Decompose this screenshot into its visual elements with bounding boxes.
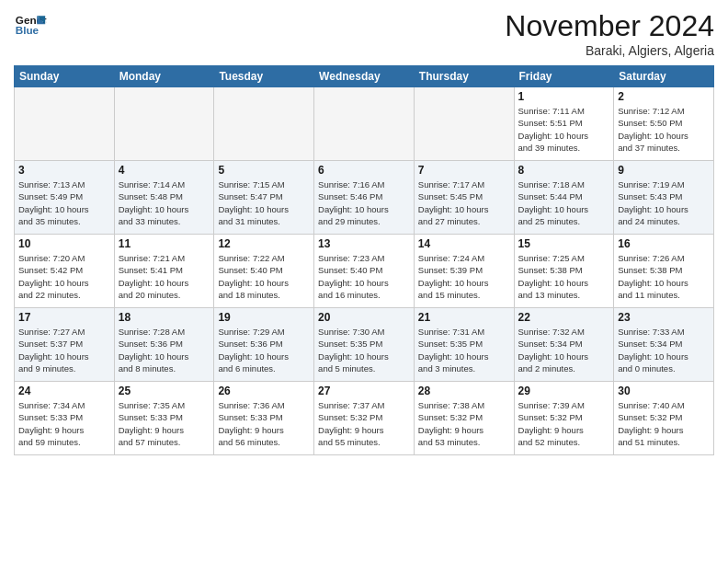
day-number: 25 [119, 385, 210, 397]
day-number: 13 [318, 237, 410, 250]
day-number: 18 [119, 311, 210, 324]
day-number: 24 [18, 385, 110, 397]
day-info: Sunrise: 7:11 AM Sunset: 5:51 PM Dayligh… [518, 105, 610, 154]
calendar-cell: 11Sunrise: 7:21 AM Sunset: 5:41 PM Dayli… [114, 235, 214, 308]
calendar-cell [214, 87, 314, 161]
day-number: 30 [618, 385, 710, 397]
weekday-header: Wednesday [314, 66, 415, 87]
day-info: Sunrise: 7:28 AM Sunset: 5:36 PM Dayligh… [119, 326, 210, 374]
day-info: Sunrise: 7:33 AM Sunset: 5:34 PM Dayligh… [618, 326, 710, 374]
calendar-header-row: SundayMondayTuesdayWednesdayThursdayFrid… [15, 66, 714, 87]
weekday-header: Thursday [414, 66, 514, 87]
day-info: Sunrise: 7:32 AM Sunset: 5:34 PM Dayligh… [518, 326, 610, 374]
title-block: November 2024 Baraki, Algiers, Algeria [505, 9, 714, 58]
day-info: Sunrise: 7:27 AM Sunset: 5:37 PM Dayligh… [18, 326, 110, 374]
day-number: 1 [518, 90, 610, 103]
day-number: 14 [418, 237, 510, 250]
calendar-cell [114, 87, 214, 161]
calendar-cell: 18Sunrise: 7:28 AM Sunset: 5:36 PM Dayli… [114, 308, 214, 382]
day-number: 15 [518, 237, 610, 250]
day-info: Sunrise: 7:19 AM Sunset: 5:43 PM Dayligh… [618, 178, 710, 227]
day-number: 27 [318, 385, 410, 397]
calendar-cell: 24Sunrise: 7:34 AM Sunset: 5:33 PM Dayli… [15, 382, 115, 455]
calendar-cell: 30Sunrise: 7:40 AM Sunset: 5:32 PM Dayli… [614, 382, 714, 455]
day-number: 4 [119, 164, 210, 177]
calendar-cell: 5Sunrise: 7:15 AM Sunset: 5:47 PM Daylig… [214, 161, 314, 235]
day-info: Sunrise: 7:34 AM Sunset: 5:33 PM Dayligh… [18, 399, 110, 448]
calendar-cell: 12Sunrise: 7:22 AM Sunset: 5:40 PM Dayli… [214, 235, 314, 308]
day-info: Sunrise: 7:13 AM Sunset: 5:49 PM Dayligh… [18, 178, 110, 227]
day-info: Sunrise: 7:17 AM Sunset: 5:45 PM Dayligh… [418, 178, 510, 227]
calendar-cell: 10Sunrise: 7:20 AM Sunset: 5:42 PM Dayli… [15, 235, 115, 308]
calendar-cell: 29Sunrise: 7:39 AM Sunset: 5:32 PM Dayli… [514, 382, 614, 455]
calendar-cell [414, 87, 514, 161]
day-number: 28 [418, 385, 510, 397]
logo-icon: General Blue [14, 9, 47, 42]
day-info: Sunrise: 7:21 AM Sunset: 5:41 PM Dayligh… [119, 252, 210, 301]
calendar-cell: 25Sunrise: 7:35 AM Sunset: 5:33 PM Dayli… [114, 382, 214, 455]
calendar-cell: 3Sunrise: 7:13 AM Sunset: 5:49 PM Daylig… [15, 161, 115, 235]
day-info: Sunrise: 7:25 AM Sunset: 5:38 PM Dayligh… [518, 252, 610, 301]
day-number: 11 [119, 237, 210, 250]
svg-text:Blue: Blue [16, 24, 40, 36]
day-number: 21 [418, 311, 510, 324]
day-number: 29 [518, 385, 610, 397]
calendar-week-row: 10Sunrise: 7:20 AM Sunset: 5:42 PM Dayli… [15, 235, 714, 308]
day-info: Sunrise: 7:38 AM Sunset: 5:32 PM Dayligh… [418, 399, 510, 448]
calendar-cell: 7Sunrise: 7:17 AM Sunset: 5:45 PM Daylig… [414, 161, 514, 235]
day-number: 26 [218, 385, 310, 397]
weekday-header: Friday [514, 66, 614, 87]
day-number: 5 [218, 164, 310, 177]
location-subtitle: Baraki, Algiers, Algeria [505, 43, 714, 58]
day-info: Sunrise: 7:23 AM Sunset: 5:40 PM Dayligh… [318, 252, 410, 301]
day-number: 7 [418, 164, 510, 177]
calendar-cell: 17Sunrise: 7:27 AM Sunset: 5:37 PM Dayli… [15, 308, 115, 382]
day-info: Sunrise: 7:14 AM Sunset: 5:48 PM Dayligh… [119, 178, 210, 227]
calendar-week-row: 17Sunrise: 7:27 AM Sunset: 5:37 PM Dayli… [15, 308, 714, 382]
day-info: Sunrise: 7:24 AM Sunset: 5:39 PM Dayligh… [418, 252, 510, 301]
calendar-cell: 1Sunrise: 7:11 AM Sunset: 5:51 PM Daylig… [514, 87, 614, 161]
day-info: Sunrise: 7:35 AM Sunset: 5:33 PM Dayligh… [119, 399, 210, 448]
calendar-page: General Blue November 2024 Baraki, Algie… [0, 0, 728, 563]
day-info: Sunrise: 7:31 AM Sunset: 5:35 PM Dayligh… [418, 326, 510, 374]
day-number: 3 [18, 164, 110, 177]
day-number: 20 [318, 311, 410, 324]
calendar-week-row: 24Sunrise: 7:34 AM Sunset: 5:33 PM Dayli… [15, 382, 714, 455]
day-info: Sunrise: 7:29 AM Sunset: 5:36 PM Dayligh… [218, 326, 310, 374]
day-number: 10 [18, 237, 110, 250]
calendar-cell: 19Sunrise: 7:29 AM Sunset: 5:36 PM Dayli… [214, 308, 314, 382]
calendar-cell: 2Sunrise: 7:12 AM Sunset: 5:50 PM Daylig… [614, 87, 714, 161]
day-number: 12 [218, 237, 310, 250]
calendar-cell: 14Sunrise: 7:24 AM Sunset: 5:39 PM Dayli… [414, 235, 514, 308]
day-info: Sunrise: 7:30 AM Sunset: 5:35 PM Dayligh… [318, 326, 410, 374]
calendar-cell [314, 87, 415, 161]
calendar-cell: 23Sunrise: 7:33 AM Sunset: 5:34 PM Dayli… [614, 308, 714, 382]
calendar-cell: 16Sunrise: 7:26 AM Sunset: 5:38 PM Dayli… [614, 235, 714, 308]
day-number: 16 [618, 237, 710, 250]
day-number: 9 [618, 164, 710, 177]
day-number: 2 [618, 90, 710, 103]
logo: General Blue [14, 9, 47, 42]
day-info: Sunrise: 7:15 AM Sunset: 5:47 PM Dayligh… [218, 178, 310, 227]
header: General Blue November 2024 Baraki, Algie… [14, 9, 714, 58]
weekday-header: Monday [114, 66, 214, 87]
calendar-cell: 27Sunrise: 7:37 AM Sunset: 5:32 PM Dayli… [314, 382, 415, 455]
calendar-cell: 21Sunrise: 7:31 AM Sunset: 5:35 PM Dayli… [414, 308, 514, 382]
day-number: 22 [518, 311, 610, 324]
calendar-cell: 9Sunrise: 7:19 AM Sunset: 5:43 PM Daylig… [614, 161, 714, 235]
day-info: Sunrise: 7:26 AM Sunset: 5:38 PM Dayligh… [618, 252, 710, 301]
weekday-header: Saturday [614, 66, 714, 87]
day-info: Sunrise: 7:40 AM Sunset: 5:32 PM Dayligh… [618, 399, 710, 448]
day-number: 6 [318, 164, 410, 177]
calendar-cell: 4Sunrise: 7:14 AM Sunset: 5:48 PM Daylig… [114, 161, 214, 235]
calendar-cell: 15Sunrise: 7:25 AM Sunset: 5:38 PM Dayli… [514, 235, 614, 308]
calendar-cell: 20Sunrise: 7:30 AM Sunset: 5:35 PM Dayli… [314, 308, 415, 382]
day-number: 17 [18, 311, 110, 324]
day-info: Sunrise: 7:12 AM Sunset: 5:50 PM Dayligh… [618, 105, 710, 154]
calendar-week-row: 3Sunrise: 7:13 AM Sunset: 5:49 PM Daylig… [15, 161, 714, 235]
calendar-cell: 6Sunrise: 7:16 AM Sunset: 5:46 PM Daylig… [314, 161, 415, 235]
day-info: Sunrise: 7:22 AM Sunset: 5:40 PM Dayligh… [218, 252, 310, 301]
calendar-cell: 13Sunrise: 7:23 AM Sunset: 5:40 PM Dayli… [314, 235, 415, 308]
weekday-header: Sunday [15, 66, 115, 87]
calendar-cell: 8Sunrise: 7:18 AM Sunset: 5:44 PM Daylig… [514, 161, 614, 235]
